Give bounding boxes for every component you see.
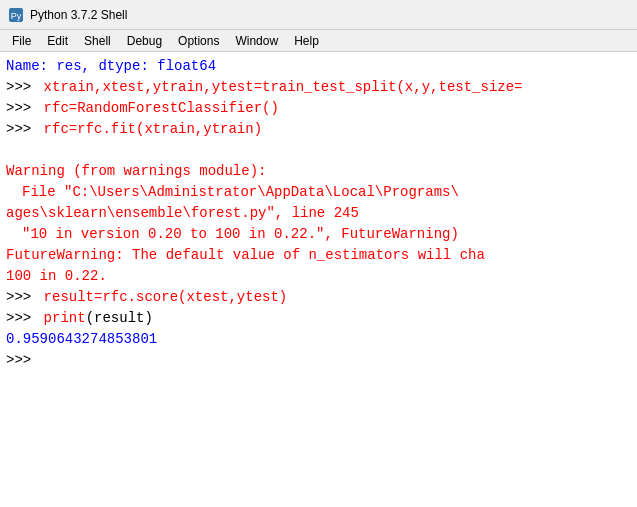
warning-text-4: "10 in version 0.20 to 100 in 0.22.", Fu…	[6, 224, 459, 245]
info-text: Name: res, dtype: float64	[6, 56, 216, 77]
line-future-warning-2: 100 in 0.22.	[6, 266, 631, 287]
line-future-warning-1: FutureWarning: The default value of n_es…	[6, 245, 631, 266]
line-warning-4: "10 in version 0.20 to 100 in 0.22.", Fu…	[6, 224, 631, 245]
future-warning-text-2: 100 in 0.22.	[6, 266, 107, 287]
line-xtrain: >>> xtrain,xtest,ytrain,ytest=train_test…	[6, 77, 631, 98]
line-blank-1	[6, 140, 631, 161]
code-xtrain: xtrain,xtest,ytrain,ytest=train_test_spl…	[44, 77, 523, 98]
menu-file[interactable]: File	[4, 32, 39, 50]
menu-window[interactable]: Window	[227, 32, 286, 50]
line-rfc-init: >>> rfc=RandomForestClassifier()	[6, 98, 631, 119]
menu-help[interactable]: Help	[286, 32, 327, 50]
prompt-4: >>>	[6, 287, 40, 308]
menu-shell[interactable]: Shell	[76, 32, 119, 50]
line-rfc-fit: >>> rfc=rfc.fit(xtrain,ytrain)	[6, 119, 631, 140]
code-rfc-init: rfc=RandomForestClassifier()	[44, 98, 279, 119]
warning-text-3: ages\sklearn\ensemble\forest.py", line 2…	[6, 203, 359, 224]
result-value: 0.9590643274853801	[6, 329, 157, 350]
future-warning-text-1: FutureWarning: The default value of n_es…	[6, 245, 485, 266]
svg-text:Py: Py	[11, 11, 22, 21]
prompt-3: >>>	[6, 119, 40, 140]
prompt-1: >>>	[6, 77, 40, 98]
line-empty-prompt: >>>	[6, 350, 631, 371]
prompt-2: >>>	[6, 98, 40, 119]
menu-bar: File Edit Shell Debug Options Window Hel…	[0, 30, 637, 52]
prompt-5: >>>	[6, 308, 40, 329]
code-result-score: result=rfc.score(xtest,ytest)	[44, 287, 288, 308]
title-bar: Py Python 3.7.2 Shell	[0, 0, 637, 30]
code-print-keyword: print	[44, 308, 86, 329]
line-result-value: 0.9590643274853801	[6, 329, 631, 350]
prompt-6: >>>	[6, 350, 40, 371]
line-print: >>> print(result)	[6, 308, 631, 329]
menu-debug[interactable]: Debug	[119, 32, 170, 50]
title-bar-text: Python 3.7.2 Shell	[30, 8, 127, 22]
code-print-args: (result)	[86, 308, 153, 329]
warning-text-1: Warning (from warnings module):	[6, 161, 266, 182]
python-icon: Py	[8, 7, 24, 23]
warning-text-2: File "C:\Users\Administrator\AppData\Loc…	[6, 182, 459, 203]
line-warning-1: Warning (from warnings module):	[6, 161, 631, 182]
shell-content[interactable]: Name: res, dtype: float64 >>> xtrain,xte…	[0, 52, 637, 507]
line-warning-3: ages\sklearn\ensemble\forest.py", line 2…	[6, 203, 631, 224]
code-rfc-fit: rfc=rfc.fit(xtrain,ytrain)	[44, 119, 262, 140]
menu-edit[interactable]: Edit	[39, 32, 76, 50]
menu-options[interactable]: Options	[170, 32, 227, 50]
line-info: Name: res, dtype: float64	[6, 56, 631, 77]
line-warning-2: File "C:\Users\Administrator\AppData\Loc…	[6, 182, 631, 203]
line-result-score: >>> result=rfc.score(xtest,ytest)	[6, 287, 631, 308]
